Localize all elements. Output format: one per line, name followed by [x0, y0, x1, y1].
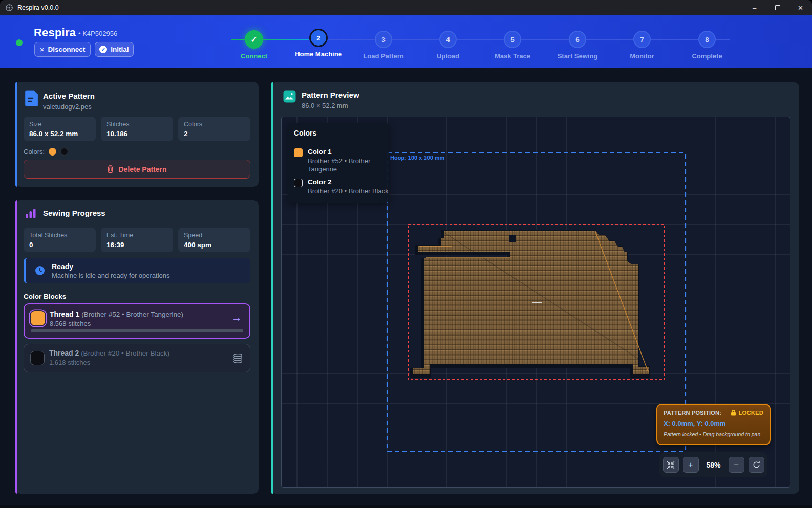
thread-2-row[interactable]: Thread 2 (Brother #20 • Brother Black) 1…	[24, 344, 250, 372]
step-mask-trace[interactable]: 5Mask Trace	[482, 31, 543, 60]
preview-canvas[interactable]: Hoop: 100 x 100 mm Colors Color 1 Brothe…	[281, 117, 790, 488]
thread-1-progress	[31, 329, 243, 332]
reset-view-button[interactable]	[749, 457, 764, 473]
lock-icon	[731, 410, 736, 416]
initial-button[interactable]: ✓ Initial	[95, 42, 134, 57]
trash-icon	[107, 165, 114, 173]
stat-est-time: Est. Time16:39	[101, 228, 173, 252]
card-title: Sewing Progress	[43, 209, 105, 217]
step-complete[interactable]: 8Complete	[676, 31, 738, 60]
color-dot-orange	[49, 148, 56, 156]
card-accent	[15, 82, 17, 187]
step-load-pattern[interactable]: 3Load Pattern	[353, 31, 414, 60]
color-dot-black	[60, 148, 68, 156]
position-title: PATTERN POSITION:	[664, 410, 721, 416]
thread-2-swatch	[30, 351, 45, 365]
plus-icon: +	[688, 460, 693, 470]
color-blocks-label: Color Blocks	[24, 293, 66, 300]
thread-stitches: 1.618 stitches	[49, 359, 90, 366]
thread-name: Thread 2	[49, 349, 79, 357]
maximize-button[interactable]	[766, 0, 789, 15]
status-desc: Machine is idle and ready for operations	[52, 272, 170, 279]
step-check-icon: ✓	[245, 30, 263, 49]
stat-total-stitches: Total Stitches0	[24, 228, 96, 252]
app-name: Respira	[34, 26, 76, 39]
position-hint: Pattern locked • Drag background to pan	[664, 431, 763, 437]
refresh-icon	[753, 461, 760, 469]
stat-colors: Colors2	[178, 117, 250, 141]
hoop-label: Hoop: 100 x 100 mm	[390, 154, 444, 161]
zoom-level: 58%	[703, 461, 724, 469]
step-connect[interactable]: ✓Connect	[223, 31, 285, 60]
connection-status-dot	[16, 39, 23, 46]
legend-title: Colors	[294, 129, 383, 137]
active-pattern-card: Active Pattern valetudogv2.pes Size86.0 …	[15, 82, 259, 187]
app-window: Respira v0.0.0 – ✕ Respira • K4P502956 ×…	[0, 0, 812, 508]
machine-status-banner: Ready Machine is idle and ready for oper…	[24, 258, 250, 283]
stat-stitches: Stitches10.186	[101, 117, 173, 141]
document-icon	[25, 90, 39, 106]
maximize-icon	[775, 5, 780, 10]
card-accent	[15, 200, 17, 494]
image-icon	[283, 90, 296, 103]
minus-icon: −	[734, 460, 739, 470]
pattern-filename: valetudogv2.pes	[43, 103, 92, 111]
locked-badge: LOCKED	[731, 410, 763, 416]
stat-size: Size86.0 x 52.2 mm	[24, 117, 96, 141]
colors-label: Colors:	[24, 148, 45, 156]
fit-view-icon	[667, 461, 675, 469]
thread-detail: (Brother #20 • Brother Black)	[81, 349, 169, 357]
zoom-out-button[interactable]: −	[729, 457, 744, 473]
color-1-swatch	[294, 148, 303, 157]
sewing-progress-card: Sewing Progress Total Stitches0 Est. Tim…	[15, 200, 259, 494]
stat-speed: Speed400 spm	[178, 228, 250, 252]
thread-name: Thread 1	[50, 310, 79, 318]
bar-chart-icon	[25, 208, 36, 219]
window-title: Respira v0.0.0	[17, 4, 59, 11]
card-title: Pattern Preview	[302, 91, 359, 99]
crosshair	[537, 298, 538, 307]
check-circle-icon: ✓	[99, 46, 107, 53]
status-title: Ready	[52, 262, 170, 271]
zoom-toolbar: + 58% −	[659, 452, 767, 477]
disconnect-button[interactable]: × Disconnect	[34, 42, 91, 57]
thread-1-swatch	[31, 311, 45, 325]
pattern-notch	[509, 235, 516, 242]
step-upload[interactable]: 4Upload	[417, 31, 479, 60]
close-x-icon: ×	[40, 45, 45, 54]
card-title: Active Pattern	[43, 92, 95, 100]
step-monitor[interactable]: 7Monitor	[611, 31, 673, 60]
close-button[interactable]: ✕	[789, 0, 812, 15]
minimize-button[interactable]: –	[743, 0, 766, 15]
color-2-swatch	[294, 179, 303, 187]
thread-1-row[interactable]: Thread 1 (Brother #52 • Brother Tangerin…	[24, 303, 250, 339]
legend-item-color2: Color 2 Brother #20 • Brother Black	[294, 178, 383, 195]
preview-dims: 86.0 × 52.2 mm	[302, 102, 348, 109]
thread-detail: (Brother #52 • Brother Tangerine)	[81, 311, 183, 318]
app-icon	[5, 4, 13, 12]
database-icon	[233, 354, 243, 364]
zoom-in-button[interactable]: +	[683, 457, 699, 473]
delete-pattern-button[interactable]: Delete Pattern	[24, 160, 250, 179]
fit-view-button[interactable]	[663, 457, 679, 473]
colors-legend: Colors Color 1 Brother #52 • Brother Tan…	[288, 123, 389, 203]
step-home-machine[interactable]: 2Home Machine	[288, 31, 349, 58]
pattern-position-overlay: PATTERN POSITION: LOCKED X: 0.0mm, Y: 0.…	[656, 404, 771, 445]
bottom-edge	[0, 505, 812, 508]
header: Respira • K4P502956 × Disconnect ✓ Initi…	[0, 15, 812, 68]
clock-icon	[35, 266, 45, 276]
pattern-preview-card: Pattern Preview 86.0 × 52.2 mm	[271, 82, 799, 494]
machine-serial: • K4P502956	[78, 30, 117, 37]
position-coords: X: 0.0mm, Y: 0.0mm	[664, 419, 763, 427]
arrow-right-icon: →	[231, 312, 242, 324]
step-start-sewing[interactable]: 6Start Sewing	[547, 31, 608, 60]
card-accent	[271, 82, 273, 494]
thread-stitches: 8.568 stitches	[50, 320, 91, 327]
titlebar: Respira v0.0.0 – ✕	[0, 0, 812, 15]
legend-item-color1: Color 1 Brother #52 • Brother Tangerine	[294, 148, 383, 173]
